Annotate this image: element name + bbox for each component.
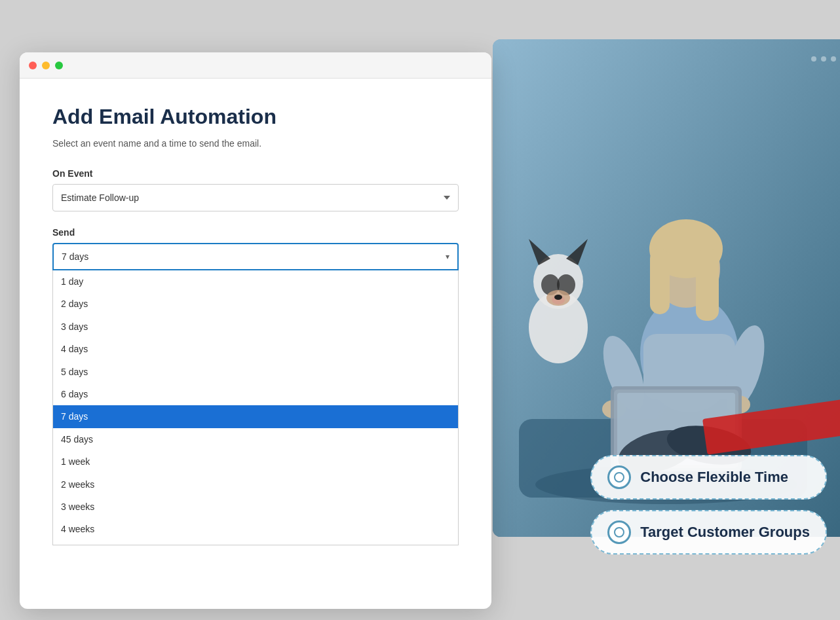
- svg-point-30: [831, 56, 836, 62]
- dropdown-item-6days[interactable]: 6 days: [53, 383, 458, 405]
- send-current-value: 7 days: [62, 251, 88, 262]
- svg-point-26: [554, 295, 562, 300]
- target-customers-icon: [607, 520, 631, 544]
- dropdown-item-1month[interactable]: 1 month: [53, 541, 458, 545]
- chevron-down-icon: ▾: [446, 252, 449, 261]
- page-subtitle: Select an event name and a time to send …: [52, 138, 459, 149]
- dropdown-item-2days[interactable]: 2 days: [53, 293, 458, 315]
- target-customers-label: Target Customer Groups: [640, 524, 810, 541]
- send-section: Send 7 days ▾ 1 day 2 days 3 days 4 days…: [52, 227, 459, 545]
- dropdown-item-1day[interactable]: 1 day: [53, 270, 458, 293]
- window-content: Add Email Automation Select an event nam…: [20, 79, 491, 587]
- flexible-time-icon: [607, 465, 631, 489]
- app-window: Add Email Automation Select an event nam…: [20, 52, 491, 609]
- svg-point-28: [811, 56, 816, 62]
- window-titlebar: [20, 52, 491, 79]
- on-event-label: On Event: [52, 168, 459, 179]
- send-label: Send: [52, 227, 459, 238]
- send-dropdown-list[interactable]: 1 day 2 days 3 days 4 days 5 days 6 days…: [52, 270, 459, 545]
- target-customers-icon-inner: [614, 527, 624, 538]
- feature-pill-target-customers[interactable]: Target Customer Groups: [590, 510, 827, 555]
- dropdown-item-2weeks[interactable]: 2 weeks: [53, 473, 458, 496]
- dropdown-item-45days[interactable]: 45 days: [53, 428, 458, 450]
- svg-point-29: [821, 56, 826, 62]
- svg-rect-7: [696, 249, 719, 321]
- traffic-light-yellow[interactable]: [42, 62, 50, 69]
- on-event-section: On Event Estimate Follow-up Invoice Sent…: [52, 168, 459, 211]
- dropdown-item-5days[interactable]: 5 days: [53, 361, 458, 383]
- page-title: Add Email Automation: [52, 105, 459, 129]
- on-event-select[interactable]: Estimate Follow-up Invoice Sent Job Comp…: [52, 184, 459, 211]
- dropdown-item-3weeks[interactable]: 3 weeks: [53, 496, 458, 518]
- dropdown-item-4days[interactable]: 4 days: [53, 338, 458, 360]
- dropdown-item-7days[interactable]: 7 days: [53, 405, 458, 428]
- send-select-display[interactable]: 7 days ▾: [52, 243, 459, 270]
- flexible-time-icon-inner: [614, 472, 624, 483]
- traffic-light-red[interactable]: [29, 62, 37, 69]
- traffic-light-green[interactable]: [55, 62, 63, 69]
- dropdown-item-1week[interactable]: 1 week: [53, 450, 458, 473]
- dropdown-item-4weeks[interactable]: 4 weeks: [53, 518, 458, 540]
- feature-pills: Choose Flexible Time Target Customer Gro…: [590, 455, 827, 555]
- scene: Add Email Automation Select an event nam…: [0, 0, 840, 620]
- feature-pill-flexible-time[interactable]: Choose Flexible Time: [590, 455, 827, 500]
- send-select-wrapper: 7 days ▾ 1 day 2 days 3 days 4 days 5 da…: [52, 243, 459, 545]
- svg-rect-6: [650, 249, 670, 314]
- flexible-time-label: Choose Flexible Time: [640, 469, 788, 486]
- dropdown-item-3days[interactable]: 3 days: [53, 316, 458, 338]
